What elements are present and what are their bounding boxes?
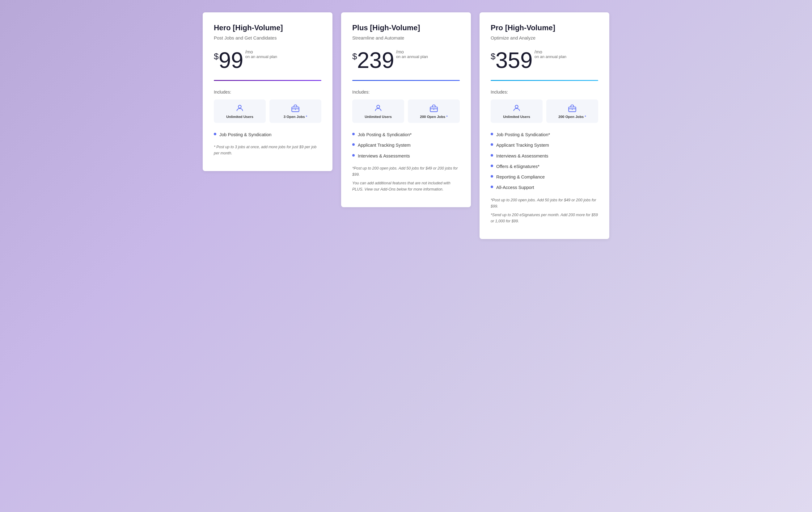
bullet-dot xyxy=(352,143,355,146)
bullet-dot xyxy=(352,133,355,135)
feature-item: Interviews & Assessments xyxy=(352,153,460,159)
price-details: /mo on an annual plan xyxy=(534,49,567,61)
feature-icon-box-user: Unlimited Users xyxy=(214,99,266,123)
briefcase-icon xyxy=(568,104,577,112)
user-icon xyxy=(235,104,244,112)
feature-icons-row: Unlimited Users 200 Open Jobs * xyxy=(352,99,460,123)
feature-text: Job Posting & Syndication* xyxy=(358,131,411,138)
plans-container: Hero [High-Volume] Post Jobs and Get Can… xyxy=(0,0,812,512)
price-per-mo: /mo xyxy=(245,49,277,54)
briefcase-icon xyxy=(430,104,438,112)
feature-text: Interviews & Assessments xyxy=(496,153,548,159)
price-details: /mo on an annual plan xyxy=(245,49,277,61)
price-annual: on an annual plan xyxy=(245,54,277,59)
feature-text: All-Access Support xyxy=(496,184,534,190)
bullet-dot xyxy=(491,143,493,146)
plan-card-hero: Hero [High-Volume] Post Jobs and Get Can… xyxy=(203,12,332,171)
svg-point-4 xyxy=(377,105,379,108)
price-block: $ 99 /mo on an annual plan xyxy=(214,49,321,71)
footnote-block: *Post up to 200 open jobs. Add 50 jobs f… xyxy=(352,165,460,192)
plan-divider xyxy=(214,80,321,81)
price-amount: 99 xyxy=(219,49,243,71)
plan-divider xyxy=(491,80,598,81)
price-dollar: $ xyxy=(352,52,357,61)
feature-list: Job Posting & Syndication* Applicant Tra… xyxy=(491,131,598,191)
plan-divider xyxy=(352,80,460,81)
plan-name: Pro [High-Volume] xyxy=(491,24,598,32)
includes-label: Includes: xyxy=(214,90,321,94)
footnote-block: *Post up to 200 open jobs. Add 50 jobs f… xyxy=(491,197,598,224)
price-annual: on an annual plan xyxy=(396,54,428,59)
bullet-dot xyxy=(491,164,493,167)
price-details: /mo on an annual plan xyxy=(396,49,428,61)
feature-item: Applicant Tracking System xyxy=(352,142,460,148)
price-amount: 239 xyxy=(357,49,394,71)
price-block: $ 359 /mo on an annual plan xyxy=(491,49,598,71)
feature-text: Interviews & Assessments xyxy=(358,153,410,159)
price-per-mo: /mo xyxy=(396,49,428,54)
price-annual: on an annual plan xyxy=(534,54,567,59)
feature-icon-box-user: Unlimited Users xyxy=(491,99,543,123)
feature-item: Interviews & Assessments xyxy=(491,153,598,159)
icon-label: 200 Open Jobs * xyxy=(558,115,586,119)
feature-item: Job Posting & Syndication* xyxy=(491,131,598,138)
feature-text: Job Posting & Syndication xyxy=(220,131,271,138)
feature-icons-row: Unlimited Users 200 Open Jobs * xyxy=(491,99,598,123)
bullet-dot xyxy=(491,175,493,178)
price-block: $ 239 /mo on an annual plan xyxy=(352,49,460,71)
feature-list: Job Posting & Syndication xyxy=(214,131,321,138)
feature-icon-box-briefcase: 200 Open Jobs * xyxy=(408,99,460,123)
user-icon xyxy=(512,104,521,112)
svg-point-0 xyxy=(238,105,241,108)
includes-label: Includes: xyxy=(491,90,598,94)
footnote-text: * Post up to 3 jobs at once, add more jo… xyxy=(214,144,321,156)
feature-text: Reporting & Compliance xyxy=(496,174,545,180)
plan-card-pro: Pro [High-Volume] Optimize and Analyze $… xyxy=(480,12,609,239)
user-icon xyxy=(374,104,382,112)
feature-list: Job Posting & Syndication* Applicant Tra… xyxy=(352,131,460,159)
footnote-text: *Post up to 200 open jobs. Add 50 jobs f… xyxy=(491,197,598,209)
feature-item: All-Access Support xyxy=(491,184,598,190)
feature-text: Applicant Tracking System xyxy=(496,142,549,148)
feature-text: Job Posting & Syndication* xyxy=(496,131,550,138)
footnote-text: You can add additional features that are… xyxy=(352,180,460,192)
icon-label: 3 Open Jobs * xyxy=(284,115,308,119)
plan-tagline: Optimize and Analyze xyxy=(491,35,598,40)
feature-item: Offers & eSignatures* xyxy=(491,163,598,170)
plan-tagline: Streamline and Automate xyxy=(352,35,460,40)
bullet-dot xyxy=(491,133,493,135)
icon-label: 200 Open Jobs * xyxy=(420,115,447,119)
includes-label: Includes: xyxy=(352,90,460,94)
briefcase-icon xyxy=(291,104,300,112)
bullet-dot xyxy=(491,154,493,156)
icon-label: Unlimited Users xyxy=(503,115,530,119)
footnote-text: *Send up to 200 eSignatures per month. A… xyxy=(491,212,598,224)
plan-name: Hero [High-Volume] xyxy=(214,24,321,32)
bullet-dot xyxy=(352,154,355,156)
feature-item: Reporting & Compliance xyxy=(491,174,598,180)
footnote-text: *Post up to 200 open jobs. Add 50 jobs f… xyxy=(352,165,460,178)
price-dollar: $ xyxy=(214,52,219,61)
price-per-mo: /mo xyxy=(534,49,567,54)
plan-name: Plus [High-Volume] xyxy=(352,24,460,32)
price-dollar: $ xyxy=(491,52,496,61)
svg-point-8 xyxy=(515,105,518,108)
footnote-block: * Post up to 3 jobs at once, add more jo… xyxy=(214,144,321,156)
feature-icons-row: Unlimited Users 3 Open Jobs * xyxy=(214,99,321,123)
icon-label: Unlimited Users xyxy=(226,115,253,119)
bullet-dot xyxy=(491,186,493,188)
feature-icon-box-user: Unlimited Users xyxy=(352,99,404,123)
feature-text: Applicant Tracking System xyxy=(358,142,411,148)
feature-icon-box-briefcase: 3 Open Jobs * xyxy=(269,99,321,123)
bullet-dot xyxy=(214,133,216,135)
plan-tagline: Post Jobs and Get Candidates xyxy=(214,35,321,40)
feature-item: Job Posting & Syndication* xyxy=(352,131,460,138)
feature-text: Offers & eSignatures* xyxy=(496,163,540,170)
plan-card-plus: Plus [High-Volume] Streamline and Automa… xyxy=(341,12,471,207)
icon-label: Unlimited Users xyxy=(365,115,392,119)
feature-item: Job Posting & Syndication xyxy=(214,131,321,138)
price-amount: 359 xyxy=(496,49,533,71)
feature-icon-box-briefcase: 200 Open Jobs * xyxy=(546,99,598,123)
feature-item: Applicant Tracking System xyxy=(491,142,598,148)
